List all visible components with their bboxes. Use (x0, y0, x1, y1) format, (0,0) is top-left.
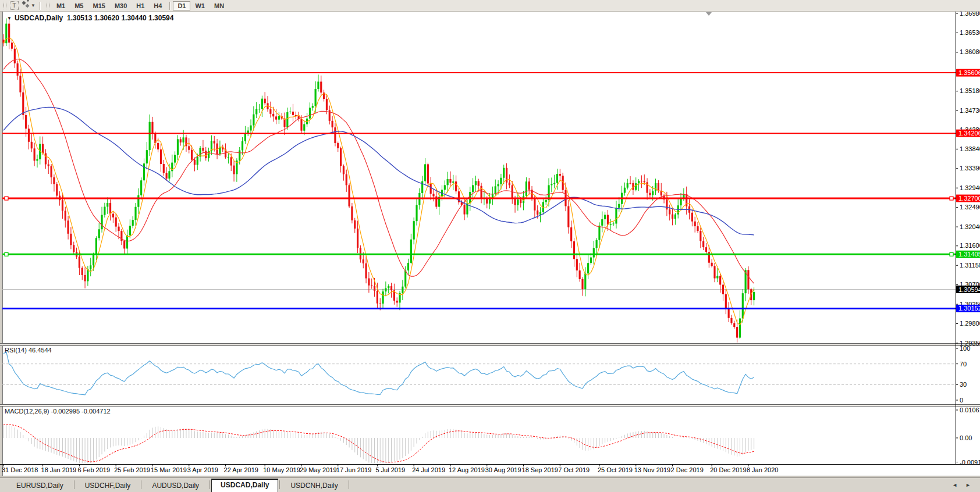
svg-text:1.32040: 1.32040 (960, 223, 980, 230)
svg-text:1.29800: 1.29800 (960, 320, 980, 327)
axis-price-tag-1.35606: 1.35606 (956, 69, 980, 77)
svg-text:10 May 2019: 10 May 2019 (263, 466, 300, 473)
svg-text:70: 70 (960, 361, 967, 368)
svg-text:3 Apr 2019: 3 Apr 2019 (187, 466, 218, 473)
svg-text:20 Dec 2019: 20 Dec 2019 (710, 466, 746, 473)
svg-text:1.32940: 1.32940 (960, 184, 980, 191)
tab-separator (74, 480, 74, 489)
svg-text:2 Dec 2019: 2 Dec 2019 (671, 466, 704, 473)
timeframe-button-m5[interactable]: M5 (70, 1, 88, 10)
tab-separator (349, 480, 349, 489)
macd-indicator-label: MACD(12,26,9) -0.002995 -0.004712 (5, 408, 111, 415)
arrows-diamond-icon (21, 0, 30, 11)
chart-collapse-icon[interactable]: ▼ (7, 16, 12, 21)
arrow-style-button[interactable] (20, 1, 30, 10)
svg-text:1.31600: 1.31600 (960, 242, 980, 249)
tab-separator (279, 480, 280, 489)
axis-price-tag-1.31405: 1.31405 (956, 251, 980, 258)
macd-name: MACD(12,26,9) (5, 408, 49, 415)
svg-text:6 Feb 2019: 6 Feb 2019 (77, 466, 110, 473)
chart-tab-usdchf[interactable]: USDCHF,Daily (76, 480, 140, 492)
svg-text:1.36530: 1.36530 (960, 29, 980, 36)
toolbar-grip (47, 2, 49, 9)
svg-text:5 Jul 2019: 5 Jul 2019 (375, 466, 405, 473)
top-toolbar: T ▼ M1M5M15M30H1H4D1W1MN (0, 0, 980, 12)
svg-text:1.31150: 1.31150 (960, 262, 980, 269)
toolbar-separator (40, 2, 40, 10)
svg-text:8 Jan 2020: 8 Jan 2020 (747, 466, 778, 473)
svg-text:1.34730: 1.34730 (960, 107, 980, 114)
axis-price-tag-1.30152: 1.30152 (956, 305, 980, 312)
timeframe-button-w1[interactable]: W1 (190, 1, 210, 10)
axis-price-tag-1.32700: 1.32700 (956, 195, 980, 202)
toolbar-separator (169, 2, 170, 10)
tab-scroll-arrows: ◄ ► (952, 482, 971, 488)
timeframe-button-h4[interactable]: H4 (149, 1, 166, 10)
chart-tab-eurusd[interactable]: EURUSD,Daily (7, 480, 73, 492)
svg-text:25 Feb 2019: 25 Feb 2019 (114, 466, 150, 473)
timeframe-button-group: M1M5M15M30H1H4D1W1MN (52, 1, 229, 10)
svg-text:1.30152: 1.30152 (958, 305, 980, 312)
svg-text:17 Jun 2019: 17 Jun 2019 (336, 466, 372, 473)
svg-text:1.36080: 1.36080 (960, 48, 980, 55)
toolbar-grip (3, 2, 6, 9)
axis-price-tag-1.30594: 1.30594 (956, 286, 980, 293)
text-tool-icon: T (10, 1, 19, 10)
timeframe-button-d1[interactable]: D1 (173, 1, 190, 10)
rsi-indicator-label: RSI(14) 46.4544 (5, 347, 52, 354)
tabs-holder: EURUSD,DailyUSDCHF,DailyAUDUSD,DailyUSDC… (7, 479, 350, 492)
svg-text:1.35606: 1.35606 (958, 69, 980, 76)
svg-text:1.32490: 1.32490 (960, 204, 980, 211)
axis-price-tag-1.34206: 1.34206 (956, 130, 980, 137)
chart-tab-usdcad[interactable]: USDCAD,Daily (211, 479, 278, 492)
price-chart-canvas: 1.369801.365301.360801.351801.347301.342… (0, 0, 980, 477)
svg-text:15 Mar 2019: 15 Mar 2019 (151, 466, 187, 473)
svg-text:0: 0 (960, 397, 963, 404)
svg-text:0.00: 0.00 (960, 434, 972, 441)
chart-tab-audusd[interactable]: AUDUSD,Daily (143, 480, 208, 492)
svg-text:7 Oct 2019: 7 Oct 2019 (558, 466, 590, 473)
timeframe-button-m30[interactable]: M30 (110, 1, 132, 10)
svg-text:1.33390: 1.33390 (960, 165, 980, 172)
svg-text:29 May 2019: 29 May 2019 (300, 466, 337, 473)
chart-ohlc-values: 1.30513 1.30620 1.30440 1.30594 (67, 14, 174, 22)
rsi-name: RSI(14) (5, 347, 27, 354)
timeframe-button-m15[interactable]: M15 (88, 1, 109, 10)
tab-separator (210, 480, 210, 489)
svg-text:22 Apr 2019: 22 Apr 2019 (224, 466, 258, 473)
svg-text:0.010615: 0.010615 (960, 407, 980, 413)
svg-text:1.31405: 1.31405 (958, 251, 980, 258)
svg-text:1.33840: 1.33840 (960, 145, 980, 152)
svg-text:100: 100 (960, 345, 970, 352)
scroll-right-arrow-icon[interactable]: ► (965, 482, 971, 488)
svg-text:24 Jul 2019: 24 Jul 2019 (412, 466, 445, 473)
timeframe-button-mn[interactable]: MN (210, 1, 229, 10)
chart-tab-bar: EURUSD,DailyUSDCHF,DailyAUDUSD,DailyUSDC… (0, 477, 980, 492)
svg-text:30 Aug 2019: 30 Aug 2019 (485, 466, 521, 473)
svg-text:12 Aug 2019: 12 Aug 2019 (449, 466, 485, 473)
svg-text:-0.009181: -0.009181 (960, 459, 980, 466)
svg-text:1.32700: 1.32700 (958, 195, 980, 202)
svg-text:1.34206: 1.34206 (958, 130, 980, 137)
scroll-left-arrow-icon[interactable]: ◄ (952, 482, 957, 488)
svg-text:18 Sep 2019: 18 Sep 2019 (522, 466, 558, 473)
rsi-current-value: 46.4544 (29, 347, 52, 354)
svg-text:1.35180: 1.35180 (960, 87, 980, 94)
chart-title: ▼USDCAD,Daily 1.30513 1.30620 1.30440 1.… (7, 14, 173, 22)
dropdown-caret-icon[interactable]: ▼ (31, 3, 35, 8)
timeframe-button-h1[interactable]: H1 (132, 1, 149, 10)
svg-text:1.30594: 1.30594 (958, 286, 980, 293)
svg-text:18 Jan 2019: 18 Jan 2019 (41, 466, 77, 473)
svg-text:31 Dec 2018: 31 Dec 2018 (2, 466, 38, 473)
svg-text:30: 30 (960, 381, 967, 388)
svg-text:25 Oct 2019: 25 Oct 2019 (598, 466, 633, 473)
text-tool-button[interactable]: T (9, 1, 19, 10)
chart-tab-usdcnh[interactable]: USDCNH,Daily (281, 480, 347, 492)
svg-text:13 Nov 2019: 13 Nov 2019 (634, 466, 670, 473)
timeframe-button-m1[interactable]: M1 (52, 1, 70, 10)
macd-current-values: -0.002995 -0.004712 (51, 408, 110, 415)
tab-separator (141, 480, 141, 489)
chart-symbol-period: USDCAD,Daily (15, 14, 63, 22)
